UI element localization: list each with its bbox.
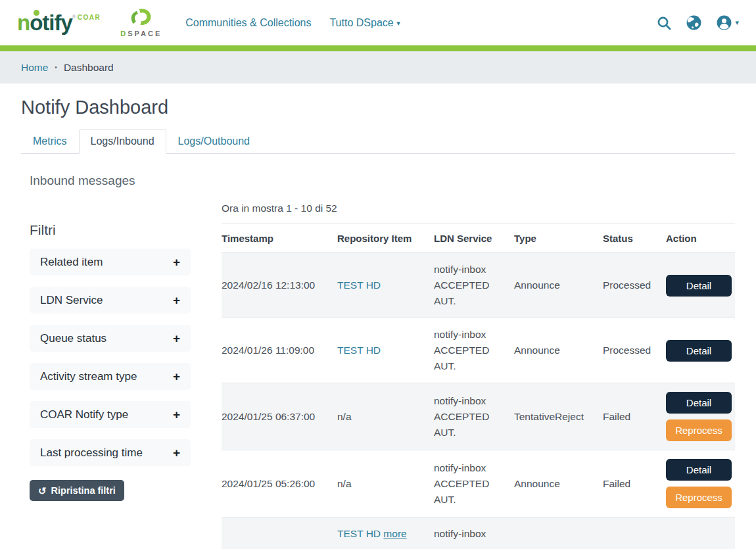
cell-type [514, 517, 603, 549]
cell-ldn-service: notify-inbox [434, 517, 514, 549]
dspace-swirl-icon [130, 9, 152, 30]
cell-timestamp [222, 517, 337, 549]
table-body: 2024/02/16 12:13:00TEST HDnotify-inbox A… [222, 253, 735, 549]
table-row: 2024/01/26 11:09:00TEST HDnotify-inbox A… [222, 318, 735, 383]
reset-filters-label: Ripristina filtri [51, 485, 116, 496]
header-icons: ▾ [656, 14, 739, 31]
cell-status: Processed [603, 318, 666, 383]
notify-coar-logo[interactable]: notify®COAR [17, 12, 101, 34]
inbound-messages-table: TimestampRepository ItemLDN ServiceTypeS… [222, 224, 735, 549]
top-header: notify®COAR DSPACE Communities & Collect… [0, 0, 756, 45]
cell-action: Detail [666, 253, 735, 318]
cell-type: Announce [514, 450, 603, 517]
filter-queue-status[interactable]: Queue status+ [30, 325, 191, 352]
table-row: TEST HD morenotify-inbox [222, 517, 735, 549]
plus-icon: + [173, 446, 180, 460]
cell-repository-item: TEST HD more [337, 517, 434, 549]
plus-icon: + [173, 293, 180, 308]
inbound-table-area: Ora in mostra 1 - 10 di 52 TimestampRepo… [222, 188, 735, 549]
cell-timestamp: 2024/01/25 06:37:00 [222, 383, 337, 450]
action-stack: DetailReprocess [666, 459, 727, 508]
main-content: Notify Dashboard MetricsLogs/InboundLogs… [0, 97, 756, 549]
table-row: 2024/02/16 12:13:00TEST HDnotify-inbox A… [222, 253, 735, 318]
detail-button[interactable]: Detail [666, 392, 732, 414]
reprocess-button[interactable]: Reprocess [666, 487, 732, 508]
column-header-action: Action [666, 224, 735, 253]
coar-label: COAR [78, 14, 101, 21]
section-heading: Inbound messages [30, 174, 735, 188]
dspace-logo[interactable]: DSPACE [120, 9, 162, 37]
cell-repository-item: TEST HD [337, 253, 434, 318]
cell-action: Detail [666, 318, 735, 383]
cell-type: TentativeReject [514, 383, 603, 450]
tabs: MetricsLogs/InboundLogs/Outbound [21, 129, 735, 154]
registered-mark: ® [72, 14, 76, 20]
action-stack: Detail [666, 275, 727, 297]
cell-repository-item: TEST HD [337, 318, 434, 383]
filter-label: Last processing time [40, 446, 143, 460]
cell-ldn-service: notify-inbox ACCEPTED AUT. [434, 450, 514, 517]
filter-last-processing-time[interactable]: Last processing time+ [30, 439, 191, 466]
plus-icon: + [173, 255, 180, 270]
filter-label: COAR Notify type [40, 408, 128, 421]
filter-list: Related item+LDN Service+Queue status+Ac… [30, 249, 222, 466]
main-nav: Communities & CollectionsTutto DSpace ▾ [185, 17, 400, 29]
dspace-d: D [120, 30, 128, 37]
notify-dot-icon [34, 10, 39, 16]
reprocess-button[interactable]: Reprocess [666, 419, 732, 441]
nav-item-communities-collections[interactable]: Communities & Collections [185, 17, 311, 29]
table-row: 2024/01/25 05:26:00n/anotify-inbox ACCEP… [222, 450, 735, 517]
results-summary: Ora in mostra 1 - 10 di 52 [222, 203, 735, 214]
cell-action [666, 517, 735, 549]
cell-type: Announce [514, 253, 603, 318]
more-link[interactable]: more [383, 528, 406, 539]
cell-action: DetailReprocess [666, 450, 735, 517]
breadcrumb-current: Dashboard [64, 62, 114, 74]
repository-item-link[interactable]: TEST HD [337, 528, 381, 539]
filter-label: Activity stream type [40, 370, 137, 383]
reset-icon: ↺ [38, 486, 47, 496]
cell-status: Processed [603, 253, 666, 318]
caret-down-icon: ▾ [396, 19, 400, 27]
notify-logo-n: n [17, 11, 30, 35]
detail-button[interactable]: Detail [666, 459, 732, 481]
action-stack: Detail [666, 340, 727, 362]
user-icon[interactable]: ▾ [716, 14, 739, 31]
caret-down-icon: ▾ [735, 18, 739, 27]
tab-logs-outbound[interactable]: Logs/Outbound [166, 129, 262, 154]
tab-metrics[interactable]: Metrics [21, 129, 79, 154]
filter-label: LDN Service [40, 294, 103, 307]
dspace-space: SPACE [128, 30, 162, 37]
tab-logs-inbound[interactable]: Logs/Inbound [79, 129, 166, 154]
plus-icon: + [173, 370, 180, 384]
detail-button[interactable]: Detail [666, 340, 732, 362]
nav-item-tutto-dspace[interactable]: Tutto DSpace ▾ [329, 17, 400, 29]
page-title: Notify Dashboard [21, 97, 735, 118]
filter-activity-stream-type[interactable]: Activity stream type+ [30, 363, 191, 390]
filter-related-item[interactable]: Related item+ [30, 249, 191, 275]
repository-item-link[interactable]: TEST HD [337, 279, 381, 291]
cell-status: Failed [603, 450, 666, 517]
filters-heading: Filtri [30, 222, 222, 238]
reset-filters-button[interactable]: ↺ Ripristina filtri [30, 480, 124, 501]
plus-icon: + [173, 408, 180, 422]
cell-action: DetailReprocess [666, 383, 735, 450]
cell-ldn-service: notify-inbox ACCEPTED AUT. [434, 383, 514, 450]
action-stack: DetailReprocess [666, 392, 727, 441]
cell-ldn-service: notify-inbox ACCEPTED AUT. [434, 253, 514, 318]
globe-icon[interactable] [686, 14, 702, 31]
filter-coar-notify-type[interactable]: COAR Notify type+ [30, 401, 191, 428]
repository-item-link[interactable]: TEST HD [337, 345, 381, 356]
search-icon[interactable] [656, 15, 672, 31]
breadcrumb-separator: • [55, 64, 57, 71]
column-header-timestamp: Timestamp [222, 224, 337, 253]
cell-type: Announce [514, 318, 603, 383]
table-header-row: TimestampRepository ItemLDN ServiceTypeS… [222, 224, 735, 253]
cell-timestamp: 2024/01/26 11:09:00 [222, 318, 337, 383]
cell-ldn-service: notify-inbox ACCEPTED AUT. [434, 318, 514, 383]
cell-repository-item: n/a [337, 383, 434, 450]
filter-ldn-service[interactable]: LDN Service+ [30, 287, 191, 314]
detail-button[interactable]: Detail [666, 275, 732, 297]
breadcrumb-home-link[interactable]: Home [21, 62, 48, 74]
column-header-repository-item: Repository Item [337, 224, 434, 253]
